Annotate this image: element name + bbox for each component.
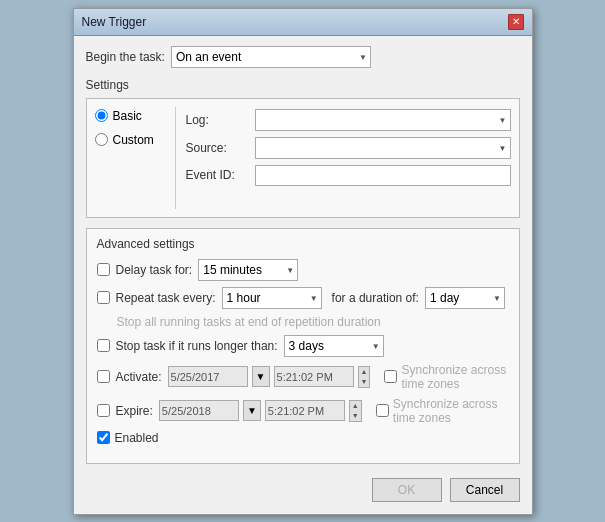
radio-custom-label: Custom xyxy=(113,133,154,147)
expire-date-input[interactable] xyxy=(159,400,239,421)
duration-label: for a duration of: xyxy=(332,291,419,305)
begin-task-row: Begin the task: On an event xyxy=(86,46,520,68)
activate-date-input[interactable] xyxy=(168,366,248,387)
settings-label: Settings xyxy=(86,78,520,92)
title-bar: New Trigger ✕ xyxy=(74,9,532,36)
activate-sync-label: Synchronize across time zones xyxy=(401,363,508,391)
duration-select-wrap: 1 day xyxy=(425,287,505,309)
radio-basic[interactable] xyxy=(95,109,108,122)
activate-time-spinner[interactable]: ▲ ▼ xyxy=(358,366,371,388)
duration-select[interactable]: 1 day xyxy=(425,287,505,309)
stop-all-text: Stop all running tasks at end of repetit… xyxy=(117,315,381,329)
radio-custom-item[interactable]: Custom xyxy=(95,133,165,147)
radio-group: Basic Custom xyxy=(95,107,165,209)
begin-task-label: Begin the task: xyxy=(86,50,165,64)
expire-sync-row: Synchronize across time zones xyxy=(376,397,509,425)
activate-datetime: ▼ ▲ ▼ xyxy=(168,366,371,388)
expire-datetime: ▼ ▲ ▼ xyxy=(159,400,362,422)
event-fields: Log: Source: Event xyxy=(186,107,511,209)
enabled-checkbox[interactable] xyxy=(97,431,110,444)
stop-longer-checkbox[interactable] xyxy=(97,339,110,352)
log-select-wrap xyxy=(255,109,511,131)
delay-select[interactable]: 15 minutes xyxy=(198,259,298,281)
delay-label: Delay task for: xyxy=(116,263,193,277)
advanced-settings-label: Advanced settings xyxy=(97,237,509,251)
activate-row: Activate: ▼ ▲ ▼ Synchronize across time … xyxy=(97,363,509,391)
event-id-label: Event ID: xyxy=(186,168,251,182)
repeat-checkbox[interactable] xyxy=(97,291,110,304)
activate-checkbox[interactable] xyxy=(97,370,110,383)
expire-checkbox[interactable] xyxy=(97,404,110,417)
stop-longer-label: Stop task if it runs longer than: xyxy=(116,339,278,353)
ok-button[interactable]: OK xyxy=(372,478,442,502)
expire-time-spinner[interactable]: ▲ ▼ xyxy=(349,400,362,422)
activate-label: Activate: xyxy=(116,370,162,384)
dialog-body: Begin the task: On an event Settings Bas… xyxy=(74,36,532,514)
expire-label: Expire: xyxy=(116,404,153,418)
log-row: Log: xyxy=(186,109,511,131)
dialog-title: New Trigger xyxy=(82,15,147,29)
stop-longer-row: Stop task if it runs longer than: 3 days xyxy=(97,335,509,357)
delay-checkbox[interactable] xyxy=(97,263,110,276)
event-id-input[interactable] xyxy=(255,165,511,186)
source-row: Source: xyxy=(186,137,511,159)
expire-sync-checkbox[interactable] xyxy=(376,404,389,417)
enabled-row: Enabled xyxy=(97,431,509,445)
stop-longer-select[interactable]: 3 days xyxy=(284,335,384,357)
button-row: OK Cancel xyxy=(86,474,520,504)
expire-row: Expire: ▼ ▲ ▼ Synchronize across time zo… xyxy=(97,397,509,425)
activate-sync-row: Synchronize across time zones xyxy=(384,363,508,391)
log-label: Log: xyxy=(186,113,251,127)
event-id-row: Event ID: xyxy=(186,165,511,186)
repeat-select[interactable]: 1 hour xyxy=(222,287,322,309)
activate-time-input[interactable] xyxy=(274,366,354,387)
close-button[interactable]: ✕ xyxy=(508,14,524,30)
source-select-wrap xyxy=(255,137,511,159)
begin-task-select[interactable]: On an event xyxy=(171,46,371,68)
expire-calendar-button[interactable]: ▼ xyxy=(243,400,261,421)
enabled-label: Enabled xyxy=(115,431,159,445)
repeat-row: Repeat task every: 1 hour for a duration… xyxy=(97,287,509,309)
radio-basic-item[interactable]: Basic xyxy=(95,109,165,123)
cancel-button[interactable]: Cancel xyxy=(450,478,520,502)
activate-sync-checkbox[interactable] xyxy=(384,370,397,383)
stop-all-row: Stop all running tasks at end of repetit… xyxy=(97,315,509,329)
expire-time-input[interactable] xyxy=(265,400,345,421)
source-label: Source: xyxy=(186,141,251,155)
advanced-settings-box: Advanced settings Delay task for: 15 min… xyxy=(86,228,520,464)
source-select[interactable] xyxy=(255,137,511,159)
log-select[interactable] xyxy=(255,109,511,131)
repeat-select-wrap: 1 hour xyxy=(222,287,322,309)
repeat-label: Repeat task every: xyxy=(116,291,216,305)
settings-box: Basic Custom Log: S xyxy=(86,98,520,218)
radio-basic-label: Basic xyxy=(113,109,142,123)
new-trigger-dialog: New Trigger ✕ Begin the task: On an even… xyxy=(73,8,533,515)
vertical-divider xyxy=(175,107,176,209)
stop-longer-select-wrap: 3 days xyxy=(284,335,384,357)
begin-task-select-wrap: On an event xyxy=(171,46,371,68)
radio-custom[interactable] xyxy=(95,133,108,146)
activate-calendar-button[interactable]: ▼ xyxy=(252,366,270,387)
expire-sync-label: Synchronize across time zones xyxy=(393,397,509,425)
delay-row: Delay task for: 15 minutes xyxy=(97,259,509,281)
delay-select-wrap: 15 minutes xyxy=(198,259,298,281)
